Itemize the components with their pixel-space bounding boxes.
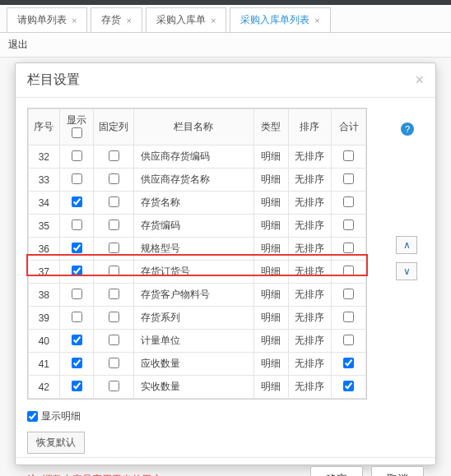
fixed-checkbox[interactable] xyxy=(109,220,119,230)
table-row[interactable]: 35存货编码明细无排序 xyxy=(29,215,366,238)
fixed-checkbox[interactable] xyxy=(109,243,119,253)
close-icon[interactable]: × xyxy=(211,16,216,25)
help-icon[interactable]: ? xyxy=(401,122,414,136)
show-checkbox[interactable] xyxy=(72,173,82,184)
dialog-body: 序号 显示 固定列 栏目名称 类型 排序 合计 32供应商存货编码明细无排序33… xyxy=(16,98,435,457)
cell-name: 供应商存货名称 xyxy=(133,169,253,192)
show-checkbox[interactable] xyxy=(72,196,82,207)
cell-type: 明细 xyxy=(254,353,289,376)
fixed-checkbox[interactable] xyxy=(109,196,119,207)
show-detail-checkbox[interactable] xyxy=(27,411,38,422)
cell-sort[interactable]: 无排序 xyxy=(288,284,331,307)
table-row[interactable]: 40计量单位明细无排序 xyxy=(29,330,366,353)
close-icon[interactable]: × xyxy=(314,16,319,25)
columns-table-wrap: 序号 显示 固定列 栏目名称 类型 排序 合计 32供应商存货编码明细无排序33… xyxy=(27,108,367,400)
fixed-checkbox[interactable] xyxy=(109,150,119,161)
sum-checkbox[interactable] xyxy=(343,358,354,368)
tab-3[interactable]: 采购入库单列表× xyxy=(230,7,330,32)
sum-checkbox[interactable] xyxy=(343,243,354,253)
sum-checkbox[interactable] xyxy=(343,266,354,276)
fixed-checkbox[interactable] xyxy=(109,381,119,391)
sum-checkbox[interactable] xyxy=(343,220,354,230)
cell-type: 明细 xyxy=(254,261,289,284)
cell-sort[interactable]: 无排序 xyxy=(288,169,331,192)
reorder-buttons: ∧ ∨ xyxy=(396,236,417,280)
close-icon[interactable]: × xyxy=(72,16,77,25)
table-row[interactable]: 42实收数量明细无排序 xyxy=(29,376,366,399)
show-all-checkbox[interactable] xyxy=(72,127,82,138)
cell-type: 明细 xyxy=(254,169,289,192)
show-checkbox[interactable] xyxy=(72,335,82,345)
ok-button[interactable]: 确定 xyxy=(310,466,363,476)
cell-sort[interactable]: 无排序 xyxy=(288,330,331,353)
cell-seq: 36 xyxy=(29,238,60,261)
show-checkbox[interactable] xyxy=(72,150,82,161)
show-checkbox[interactable] xyxy=(72,243,82,253)
table-row[interactable]: 34存货名称明细无排序 xyxy=(29,192,366,215)
move-down-button[interactable]: ∨ xyxy=(396,262,417,280)
cell-seq: 38 xyxy=(29,284,60,307)
cell-sort[interactable]: 无排序 xyxy=(288,353,331,376)
table-row[interactable]: 32供应商存货编码明细无排序 xyxy=(29,146,366,169)
cell-sum xyxy=(332,169,366,192)
tab-2[interactable]: 采购入库单× xyxy=(146,7,226,32)
table-row[interactable]: 41应收数量明细无排序 xyxy=(29,353,366,376)
cell-type: 明细 xyxy=(254,215,289,238)
sum-checkbox[interactable] xyxy=(343,312,354,322)
sum-checkbox[interactable] xyxy=(343,196,354,207)
fixed-checkbox[interactable] xyxy=(109,358,119,368)
table-row[interactable]: 36规格型号明细无排序 xyxy=(29,238,366,261)
tab-label: 采购入库单 xyxy=(156,13,206,27)
show-checkbox[interactable] xyxy=(72,381,82,391)
table-row[interactable]: 33供应商存货名称明细无排序 xyxy=(29,169,366,192)
close-icon[interactable]: × xyxy=(126,16,131,25)
cell-sort[interactable]: 无排序 xyxy=(288,376,331,399)
cell-sort[interactable]: 无排序 xyxy=(288,215,331,238)
tab-1[interactable]: 存货× xyxy=(91,7,142,32)
exit-label[interactable]: 退出 xyxy=(0,33,451,58)
sum-checkbox[interactable] xyxy=(343,150,354,161)
sum-checkbox[interactable] xyxy=(343,173,354,184)
cell-show xyxy=(59,238,94,261)
footer-note: 注: 调整内容只应用于当前用户。 xyxy=(27,473,171,477)
sum-checkbox[interactable] xyxy=(343,381,354,391)
sum-checkbox[interactable] xyxy=(343,335,354,345)
columns-table: 序号 显示 固定列 栏目名称 类型 排序 合计 32供应商存货编码明细无排序33… xyxy=(28,109,366,399)
cell-fixed xyxy=(94,261,133,284)
cell-seq: 34 xyxy=(29,192,60,215)
move-up-button[interactable]: ∧ xyxy=(396,236,417,254)
close-icon[interactable]: × xyxy=(415,72,424,89)
cell-show xyxy=(59,307,94,330)
show-checkbox[interactable] xyxy=(72,312,82,322)
cell-sort[interactable]: 无排序 xyxy=(288,192,331,215)
cell-sort[interactable]: 无排序 xyxy=(288,238,331,261)
cell-seq: 33 xyxy=(29,169,60,192)
fixed-checkbox[interactable] xyxy=(109,312,119,322)
cell-fixed xyxy=(94,284,133,307)
tab-label: 采购入库单列表 xyxy=(240,13,309,27)
cell-type: 明细 xyxy=(254,238,289,261)
table-row[interactable]: 39存货系列明细无排序 xyxy=(29,307,366,330)
table-row[interactable]: 38存货客户物料号明细无排序 xyxy=(29,284,366,307)
show-checkbox[interactable] xyxy=(72,220,82,230)
table-row[interactable]: 37存货订货号明细无排序 xyxy=(29,261,366,284)
show-checkbox[interactable] xyxy=(72,289,82,299)
cell-sort[interactable]: 无排序 xyxy=(288,307,331,330)
cell-sum xyxy=(332,146,366,169)
fixed-checkbox[interactable] xyxy=(109,289,119,299)
fixed-checkbox[interactable] xyxy=(109,266,119,276)
show-checkbox[interactable] xyxy=(72,358,82,368)
col-show: 显示 xyxy=(59,109,94,146)
sum-checkbox[interactable] xyxy=(343,289,354,299)
tab-0[interactable]: 请购单列表× xyxy=(7,7,87,32)
cell-sort[interactable]: 无排序 xyxy=(288,146,331,169)
show-checkbox[interactable] xyxy=(72,266,82,276)
cell-seq: 41 xyxy=(29,353,60,376)
restore-default-button[interactable]: 恢复默认 xyxy=(27,432,85,454)
cancel-button[interactable]: 取消 xyxy=(371,466,424,476)
fixed-checkbox[interactable] xyxy=(109,335,119,345)
cell-sort[interactable]: 无排序 xyxy=(288,261,331,284)
fixed-checkbox[interactable] xyxy=(109,173,119,184)
tab-label: 请购单列表 xyxy=(17,13,67,27)
cell-sum xyxy=(332,261,366,284)
